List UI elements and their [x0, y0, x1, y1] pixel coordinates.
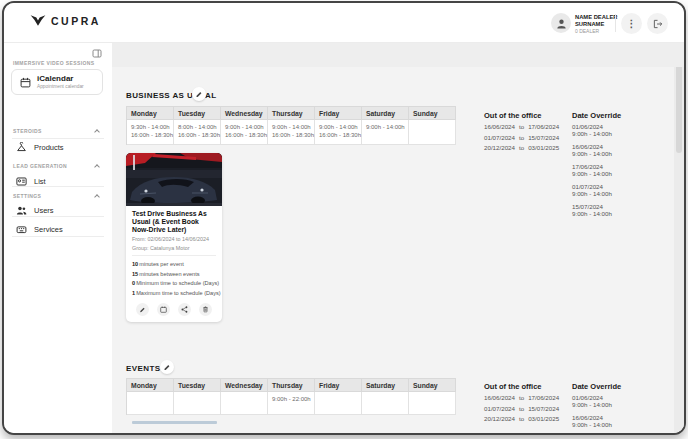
scrollbar-thumb[interactable]: [676, 53, 682, 153]
delete-event-button[interactable]: [199, 303, 212, 316]
tab-strip: [112, 43, 684, 67]
date-override-list: 01/06/20249:00h - 14:00h 16/06/20249:00h…: [572, 123, 612, 223]
day-header: Saturday: [362, 107, 409, 120]
schedule-cell: [409, 120, 456, 145]
day-header: Saturday: [362, 379, 409, 392]
schedule-cell: 9:00h - 22:00h: [268, 392, 315, 415]
pencil-icon: [139, 306, 146, 313]
day-header: Sunday: [409, 379, 456, 392]
out-of-office-list: 16/06/2024to17/06/2024 01/07/2024to15/07…: [484, 394, 559, 426]
date-override-entry: 01/06/20249:00h - 14:00h: [572, 123, 612, 137]
pencil-icon: [195, 90, 203, 98]
divider: [12, 216, 104, 217]
user-role: 0 DEALER: [575, 28, 618, 34]
user-avatar[interactable]: [551, 13, 571, 33]
share-icon: [181, 306, 188, 313]
date-override-entry: 15/07/20249:00h - 14:00h: [572, 203, 612, 217]
out-of-office-range: 01/07/2024to15/07/2024: [484, 134, 559, 141]
out-of-office-title: Out of the office: [484, 111, 542, 120]
user-name-line1: NAME DEALER: [575, 14, 618, 21]
day-header: Friday: [315, 107, 362, 120]
chevron-up-icon[interactable]: [94, 164, 100, 170]
sidebar-item-services[interactable]: Services: [4, 222, 112, 237]
user-name-line2: SURNAME: [575, 21, 618, 28]
sidebar-item-label: Users: [34, 206, 54, 215]
divider: [12, 138, 104, 139]
chevron-up-icon[interactable]: [94, 194, 100, 200]
cupra-logo-icon: [30, 14, 46, 27]
calendar-icon: [160, 306, 167, 313]
schedule-cell: 8:00h - 14:00h16:00h - 18:30h: [174, 120, 221, 145]
day-header: Monday: [127, 379, 174, 392]
date-override-title: Date Override: [572, 111, 621, 120]
topbar-divider: [615, 14, 616, 32]
divider: [12, 236, 104, 237]
out-of-office-range: 01/07/2024to15/07/2024: [484, 405, 559, 412]
day-header: Sunday: [409, 107, 456, 120]
edit-business-as-usual-button[interactable]: [192, 87, 206, 101]
date-override-entry: 17/06/20249:00h - 14:00h: [572, 163, 612, 177]
out-of-office-range: 16/06/2024to17/06/2024: [484, 123, 559, 130]
sidebar-section-steroids: STEROIDS: [13, 128, 42, 134]
edit-events-button[interactable]: [160, 360, 174, 374]
cupra-logo[interactable]: CUPRA: [30, 14, 101, 27]
out-of-office-range: 16/06/2024to17/06/2024: [484, 394, 559, 401]
sidebar-item-products[interactable]: Products: [4, 140, 112, 155]
schedule-cell: [409, 392, 456, 415]
sidebar-item-label: Products: [34, 143, 64, 152]
person-icon: [556, 18, 567, 29]
event-stat: 1Maximum time to schedule (Days): [132, 289, 216, 299]
schedule-cell: [127, 392, 174, 415]
event-card: Test Drive Business As Usual (& Event Bo…: [126, 153, 222, 322]
next-event-card-edge: [132, 421, 217, 424]
calendar-icon: [20, 77, 31, 88]
schedule-cell: 9:00h - 14:00h16:00h - 18:30h: [268, 120, 315, 145]
event-stat: 0Minimum time to schedule (Days): [132, 279, 216, 289]
icalendar-title: iCalendar: [37, 75, 84, 83]
out-of-office-range: 20/12/2024to03/01/2025: [484, 415, 559, 422]
schedule-cell: 9:30h - 14:00h16:00h - 18:30h: [127, 120, 174, 145]
top-navbar: CUPRA NAME DEALER SURNAME 0 DEALER ⋮: [4, 3, 684, 43]
date-override-entry: 01/06/20249:00h - 14:00h: [572, 394, 612, 408]
event-calendar-button[interactable]: [157, 303, 170, 316]
day-header: Tuesday: [174, 379, 221, 392]
event-card-image: [126, 153, 222, 206]
chevron-up-icon[interactable]: [94, 129, 100, 135]
schedule-cell: 9:00h - 14:00h16:00h - 18:30h: [315, 120, 362, 145]
pencil-icon: [163, 363, 171, 371]
business-as-usual-schedule-table: Monday Tuesday Wednesday Thursday Friday…: [126, 106, 456, 145]
day-header: Monday: [127, 107, 174, 120]
logout-icon: [653, 19, 663, 29]
date-override-entry: 16/06/20249:00h - 14:00h: [572, 414, 612, 428]
grid-icon: [16, 224, 27, 235]
sidebar-item-label: Services: [34, 225, 63, 234]
trash-icon: [202, 306, 209, 313]
collapse-sidebar-button[interactable]: [92, 49, 102, 58]
brand-wordmark: CUPRA: [51, 15, 101, 27]
edit-event-button[interactable]: [136, 303, 149, 316]
events-schedule-table: Monday Tuesday Wednesday Thursday Friday…: [126, 378, 456, 415]
event-stat: 10minutes per event: [132, 260, 216, 270]
schedule-cell: [362, 392, 409, 415]
event-card-actions: [132, 303, 216, 316]
event-card-body: Test Drive Business As Usual (& Event Bo…: [126, 206, 222, 322]
more-menu-button[interactable]: ⋮: [621, 13, 642, 34]
divider: [12, 186, 104, 187]
day-header: Tuesday: [174, 107, 221, 120]
date-override-title: Date Override: [572, 382, 621, 391]
schedule-cell: [315, 392, 362, 415]
app-window: CUPRA NAME DEALER SURNAME 0 DEALER ⋮ IMM…: [2, 1, 686, 435]
events-title: EVENTS: [126, 364, 160, 373]
schedule-cell: [174, 392, 221, 415]
sidebar-item-label: List: [34, 177, 46, 186]
hanger-icon: [16, 142, 27, 153]
event-stat: 15minutes between events: [132, 270, 216, 280]
logout-button[interactable]: [647, 13, 668, 34]
day-header: Wednesday: [221, 107, 268, 120]
divider: [132, 255, 216, 256]
kebab-menu-icon: ⋮: [627, 19, 637, 29]
sidebar-item-icalendar[interactable]: iCalendar Appointment calendar: [11, 69, 103, 95]
schedule-cell: 9:00h - 14:00h16:00h - 18:30h: [221, 120, 268, 145]
sidebar-section-settings: SETTINGS: [13, 193, 41, 199]
share-event-button[interactable]: [178, 303, 191, 316]
